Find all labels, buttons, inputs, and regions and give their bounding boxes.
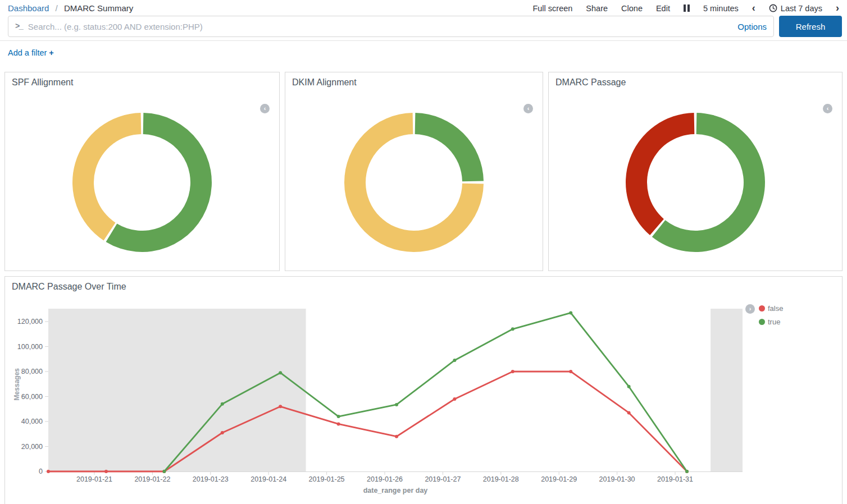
refresh-button[interactable]: Refresh [779, 16, 842, 37]
y-axis-title: Messages [13, 368, 21, 400]
page-title: DMARC Summary [64, 3, 133, 13]
svg-text:2019-01-31: 2019-01-31 [657, 475, 693, 483]
svg-text:2019-01-28: 2019-01-28 [483, 475, 519, 483]
svg-text:2019-01-26: 2019-01-26 [367, 475, 403, 483]
filter-bar: Add a filter+ [0, 41, 847, 65]
donut-slice-green-segment[interactable] [415, 113, 484, 181]
legend-collapse-icon[interactable]: ‹ [823, 104, 832, 113]
svg-text:2019-01-25: 2019-01-25 [309, 475, 345, 483]
svg-text:2019-01-27: 2019-01-27 [425, 475, 461, 483]
svg-text:2019-01-21: 2019-01-21 [76, 475, 112, 483]
svg-text:2019-01-24: 2019-01-24 [251, 475, 286, 483]
time-back-icon[interactable]: ‹ [752, 4, 755, 12]
legend-item-true[interactable]: true [759, 318, 783, 326]
panel-spf-allignment: SPF Allignment ‹ [4, 72, 280, 271]
svg-text:40,000: 40,000 [21, 418, 43, 425]
add-filter-link[interactable]: Add a filter+ [8, 48, 54, 57]
full-screen-button[interactable]: Full screen [532, 4, 572, 13]
x-axis-title: date_range per day [48, 487, 743, 494]
search-input[interactable] [28, 22, 732, 31]
time-range-label: Last 7 days [781, 4, 822, 13]
query-prompt-icon: >_ [15, 22, 22, 31]
false-series-dot [759, 305, 765, 311]
svg-text:2019-01-29: 2019-01-29 [541, 475, 577, 483]
svg-text:2019-01-22: 2019-01-22 [134, 475, 170, 483]
svg-text:0: 0 [39, 468, 43, 475]
time-picker-button[interactable]: Last 7 days [769, 4, 822, 13]
time-forward-icon[interactable]: › [836, 4, 839, 12]
legend-collapse-icon[interactable]: › [745, 304, 755, 314]
dmarc-donut-chart[interactable] [622, 109, 768, 255]
options-link[interactable]: Options [737, 22, 767, 31]
dashboard-menu: Full screen Share Clone Edit 5 minutes ‹… [532, 4, 839, 13]
breadcrumb: Dashboard / DMARC Summary [8, 3, 133, 13]
spf-donut-chart[interactable] [69, 109, 215, 255]
svg-text:120,000: 120,000 [17, 318, 43, 326]
panel-dkim-alignment: DKIM Alignment ‹ [285, 72, 543, 271]
edit-button[interactable]: Edit [656, 4, 670, 13]
legend-collapse-icon[interactable]: ‹ [523, 104, 533, 113]
chart-legend: › false true [745, 304, 783, 326]
clone-button[interactable]: Clone [621, 4, 643, 13]
dmarc-over-time-line-chart[interactable]: 2019-01-212019-01-222019-01-232019-01-24… [5, 277, 842, 504]
donut-slice-red-segment[interactable] [626, 113, 694, 235]
panel-dmarc-passage: DMARC Passage ‹ [548, 72, 843, 271]
share-button[interactable]: Share [586, 4, 608, 13]
add-filter-label: Add a filter [8, 48, 47, 57]
panel-title: DMARC Passage [549, 72, 842, 93]
donut-slice-yellow-segment[interactable] [72, 113, 141, 240]
breadcrumb-dashboard-link[interactable]: Dashboard [8, 3, 49, 13]
dashboard-grid: SPF Allignment ‹ DKIM Alignment ‹ DMARC … [0, 65, 847, 504]
svg-text:20,000: 20,000 [21, 443, 43, 451]
legend-collapse-icon[interactable]: ‹ [260, 104, 270, 113]
panel-title: SPF Allignment [5, 72, 279, 93]
plus-icon: + [49, 48, 53, 57]
legend-item-false[interactable]: false [759, 304, 783, 313]
svg-text:2019-01-30: 2019-01-30 [599, 475, 635, 483]
legend-label: false [768, 304, 783, 313]
search-box: >_ Options [8, 16, 774, 37]
panel-title: DKIM Alignment [285, 72, 543, 93]
dkim-donut-chart[interactable] [341, 109, 487, 255]
pause-icon[interactable] [684, 4, 690, 12]
clock-icon [769, 4, 777, 12]
legend-label: true [768, 318, 780, 326]
panel-dmarc-passage-over-time: DMARC Passage Over Time 2019-01-212019-0… [4, 276, 843, 504]
breadcrumb-separator: / [56, 3, 58, 13]
svg-text:100,000: 100,000 [17, 343, 43, 351]
top-navbar: Dashboard / DMARC Summary Full screen Sh… [0, 0, 847, 15]
svg-text:2019-01-23: 2019-01-23 [193, 475, 229, 483]
refresh-interval-button[interactable]: 5 minutes [703, 4, 739, 13]
query-bar: >_ Options Refresh [0, 15, 847, 41]
svg-text:60,000: 60,000 [21, 393, 43, 401]
true-series-dot [759, 319, 765, 325]
svg-text:80,000: 80,000 [21, 368, 43, 375]
